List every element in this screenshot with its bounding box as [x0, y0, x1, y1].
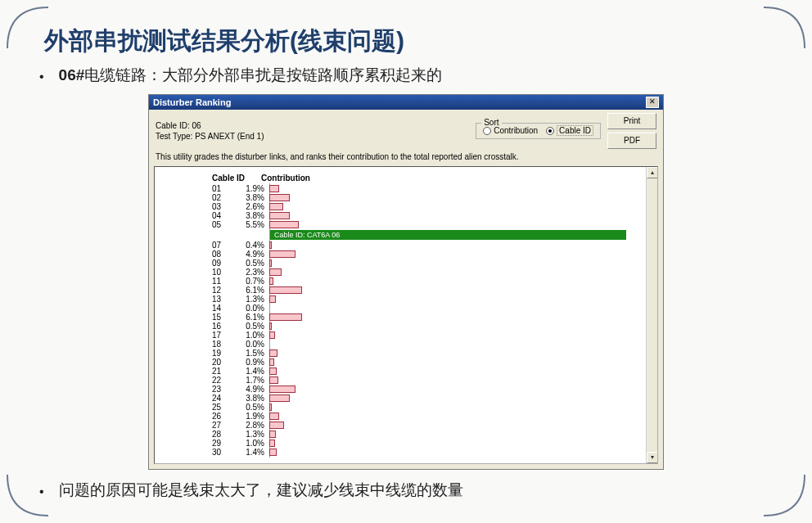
cable-id-cell: 04 — [212, 211, 237, 220]
bar-wrap — [269, 349, 643, 358]
sort-cableid-radio[interactable]: Cable ID — [546, 125, 593, 136]
test-type-label: Test Type: PS ANEXT (End 1) — [156, 131, 264, 142]
contribution-bar — [269, 349, 277, 357]
radio-selected-icon — [546, 127, 554, 135]
bar-wrap — [269, 340, 643, 349]
sort-contribution-label: Contribution — [494, 126, 538, 135]
table-row: 250.5% — [212, 403, 643, 412]
bar-wrap — [269, 413, 643, 421]
vertical-scrollbar[interactable]: ▴ ▾ — [646, 167, 657, 463]
contribution-cell: 1.3% — [237, 295, 269, 304]
bar-wrap — [269, 295, 643, 304]
contribution-cell: 1.9% — [237, 412, 269, 421]
contribution-cell: 4.9% — [237, 385, 269, 394]
cable-id-cell: 10 — [212, 268, 237, 277]
bullet-1: • 06#电缆链路：大部分外部串扰是按链路顺序累积起来的 — [39, 65, 812, 86]
cable-id-cell: 09 — [212, 259, 237, 268]
bar-wrap — [269, 221, 643, 229]
bar-wrap — [269, 367, 643, 376]
bar-wrap — [269, 268, 643, 277]
column-contribution: Contribution — [261, 174, 310, 183]
contribution-cell: 0.5% — [237, 259, 269, 268]
table-row: 102.3% — [212, 268, 643, 277]
bar-wrap — [269, 404, 643, 412]
bar-wrap — [269, 385, 643, 394]
table-row: 043.8% — [212, 211, 643, 220]
table-row: 084.9% — [212, 250, 643, 259]
cable-id-cell: 01 — [212, 184, 237, 193]
contribution-cell: 3.8% — [237, 193, 269, 202]
contribution-cell: 2.6% — [237, 202, 269, 211]
table-row: 131.3% — [212, 295, 643, 304]
contribution-bar — [269, 221, 299, 228]
table-row: 160.5% — [212, 322, 643, 331]
bar-wrap — [269, 431, 643, 439]
info-block: Cable ID: 06 Test Type: PS ANEXT (End 1) — [156, 120, 264, 142]
cable-id-cell: 22 — [212, 376, 237, 385]
cable-id-cell: 14 — [212, 304, 237, 313]
scroll-up-icon[interactable]: ▴ — [647, 167, 658, 178]
contribution-cell: 6.1% — [237, 313, 269, 322]
contribution-bar — [269, 367, 277, 375]
contribution-bar — [269, 395, 290, 402]
contribution-cell: 4.9% — [237, 250, 269, 259]
table-row: 261.9% — [212, 412, 643, 421]
contribution-cell: 1.3% — [237, 430, 269, 439]
corner-stroke-tl — [3, 3, 52, 52]
contribution-bar — [269, 268, 282, 276]
contribution-cell: 0.4% — [237, 241, 269, 250]
bar-wrap — [269, 277, 643, 286]
contribution-cell: 1.9% — [237, 184, 269, 193]
page-title: 外部串扰测试结果分析(线束问题) — [44, 25, 812, 58]
corner-stroke-bl — [3, 471, 52, 520]
table-row: 200.9% — [212, 358, 643, 367]
cable-id-cell: 03 — [212, 202, 237, 211]
print-button[interactable]: Print — [607, 113, 656, 129]
contribution-bar — [269, 422, 284, 429]
cable-id-cell: 29 — [212, 439, 237, 448]
bullet-2: • 问题的原因可能是线束太大了，建议减少线束中线缆的数量 — [39, 480, 812, 501]
table-row: 011.9% — [212, 184, 643, 193]
description-text: This utility grades the disturber links,… — [149, 151, 663, 165]
sort-contribution-radio[interactable]: Contribution — [483, 126, 538, 135]
table-row: 291.0% — [212, 439, 643, 448]
contribution-bar — [269, 358, 274, 366]
contribution-bar — [269, 331, 275, 339]
table-row: 126.1% — [212, 286, 643, 295]
contribution-bar — [269, 194, 290, 201]
contribution-bar — [269, 277, 273, 285]
window-titlebar[interactable]: Disturber Ranking ✕ — [149, 95, 663, 110]
cable-id-cell: 25 — [212, 403, 237, 412]
cable-id-cell: 21 — [212, 367, 237, 376]
contribution-bar — [269, 250, 295, 258]
bar-wrap — [269, 322, 643, 331]
contribution-cell: 1.0% — [237, 331, 269, 340]
contribution-cell: 0.0% — [237, 340, 269, 349]
table-row: 243.8% — [212, 394, 643, 403]
contribution-cell: 1.5% — [237, 349, 269, 358]
contribution-cell: 0.0% — [237, 304, 269, 313]
table-row: 191.5% — [212, 349, 643, 358]
scroll-down-icon[interactable]: ▾ — [647, 452, 658, 463]
table-row: 023.8% — [212, 193, 643, 202]
bar-wrap — [269, 440, 643, 448]
bar-wrap — [269, 358, 643, 367]
contribution-bar — [269, 241, 272, 249]
table-row: 171.0% — [212, 331, 643, 340]
bullet-dot-icon: • — [39, 70, 44, 84]
cable-id-label: Cable ID: 06 — [156, 120, 264, 131]
cable-id-cell: 18 — [212, 340, 237, 349]
sort-groupbox: Sort Contribution Cable ID — [476, 123, 601, 139]
close-button[interactable]: ✕ — [646, 97, 659, 108]
table-row: 055.5% — [212, 220, 643, 229]
cable-id-cell: 28 — [212, 430, 237, 439]
table-row: 140.0% — [212, 304, 643, 313]
cable-id-cell: 27 — [212, 421, 237, 430]
cable-id-cell: 07 — [212, 241, 237, 250]
contribution-bar — [269, 212, 290, 219]
pdf-button[interactable]: PDF — [607, 133, 656, 149]
disturber-ranking-window: Disturber Ranking ✕ Cable ID: 06 Test Ty… — [148, 94, 664, 470]
table-row: 110.7% — [212, 277, 643, 286]
table-row: 301.4% — [212, 448, 643, 457]
contribution-bar — [269, 440, 275, 447]
